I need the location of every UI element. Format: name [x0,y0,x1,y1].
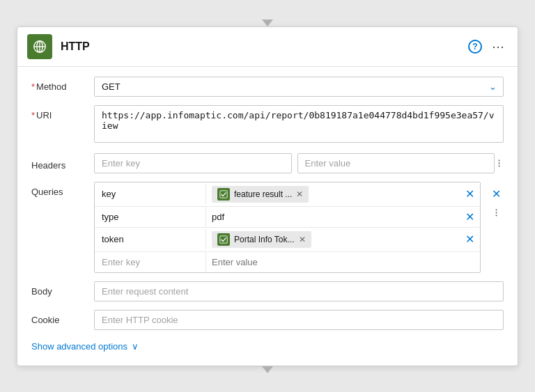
queries-grid-icon[interactable]: ⁝ [492,205,501,221]
body-label: Body [31,281,94,297]
portal-info-label: Portal Info Tok... [234,235,295,244]
body-input[interactable] [94,281,504,301]
query-value-2: pdf [206,208,460,226]
bottom-connector-arrow [262,366,273,373]
query-row-1: key feature result ... [95,182,480,207]
token-icon-1 [217,188,230,201]
query-row-2: type pdf ✕ [95,207,480,228]
advanced-options-section: Show advanced options ∨ [31,338,504,354]
query-row-3: token Portal Info Tok... [95,228,480,252]
queries-outer: key feature result ... [94,182,504,273]
method-select-wrapper: GET POST PUT PATCH DELETE ⌄ [94,77,504,97]
queries-row: Queries key [31,182,504,273]
headers-value-input[interactable] [297,153,495,173]
headers-field [94,153,495,173]
query-delete-1[interactable]: ✕ [460,185,480,203]
query-row-empty [95,252,480,272]
query-delete-3[interactable]: ✕ [460,230,480,249]
feature-result-token: feature result ... ✕ [212,186,309,203]
header-actions: ? ⋯ [468,36,508,57]
query-value-empty-input[interactable] [212,257,474,267]
type-value-text: pdf [212,212,224,222]
portal-info-close[interactable]: ✕ [299,235,306,244]
queries-label: Queries [31,182,94,197]
uri-row: *URI https://app.infomaptic.com/api/repo… [31,105,504,145]
help-button[interactable]: ? [468,40,482,54]
globe-svg [32,39,47,54]
query-key-1: key [95,184,206,204]
method-row: *Method GET POST PUT PATCH DELETE ⌄ [31,77,504,97]
query-key-2: type [95,207,206,227]
headers-key-input[interactable] [94,153,292,173]
method-field: GET POST PUT PATCH DELETE ⌄ [94,77,504,97]
uri-field: https://app.infomaptic.com/api/report/0b… [94,105,504,145]
body-field [94,281,504,301]
http-icon [27,34,52,59]
svg-rect-4 [220,190,227,197]
cookie-field [94,310,504,330]
top-connector-arrow [262,19,273,26]
method-select[interactable]: GET POST PUT PATCH DELETE [94,77,504,97]
card-title: HTTP [61,40,460,53]
uri-label: *URI [31,105,94,120]
queries-side-actions: ✕ ⁝ [489,182,504,221]
svg-rect-5 [220,235,227,242]
uri-input[interactable]: https://app.infomaptic.com/api/report/0b… [94,105,504,143]
more-options-button[interactable]: ⋯ [489,36,508,57]
query-value-1: feature result ... ✕ [206,182,460,206]
headers-row: Headers ⁝ [31,153,504,173]
query-value-3: Portal Info Tok... ✕ [206,228,460,251]
token-icon-2 [217,233,230,246]
query-key-3: token [95,229,206,249]
query-key-empty-input[interactable] [95,252,206,272]
card-header: HTTP ? ⋯ [17,27,518,67]
queries-delete-icon[interactable]: ✕ [489,186,504,202]
portal-info-token: Portal Info Tok... ✕ [212,231,311,248]
show-advanced-button[interactable]: Show advanced options ∨ [31,338,139,354]
show-advanced-chevron-icon: ∨ [132,341,139,352]
http-card: HTTP ? ⋯ *Method GET POST [17,26,518,366]
body-row: Body [31,281,504,301]
cookie-row: Cookie [31,310,504,330]
cookie-label: Cookie [31,310,94,325]
show-advanced-label: Show advanced options [31,341,127,352]
queries-container: key feature result ... [94,182,481,273]
feature-result-close[interactable]: ✕ [296,190,303,198]
method-label: *Method [31,77,94,92]
card-body: *Method GET POST PUT PATCH DELETE ⌄ [17,67,518,366]
headers-grid-icon[interactable]: ⁝ [495,155,504,171]
query-delete-2[interactable]: ✕ [460,207,480,226]
headers-label: Headers [31,155,94,171]
feature-result-label: feature result ... [234,189,292,199]
cookie-input[interactable] [94,310,504,330]
query-value-empty [206,253,480,271]
